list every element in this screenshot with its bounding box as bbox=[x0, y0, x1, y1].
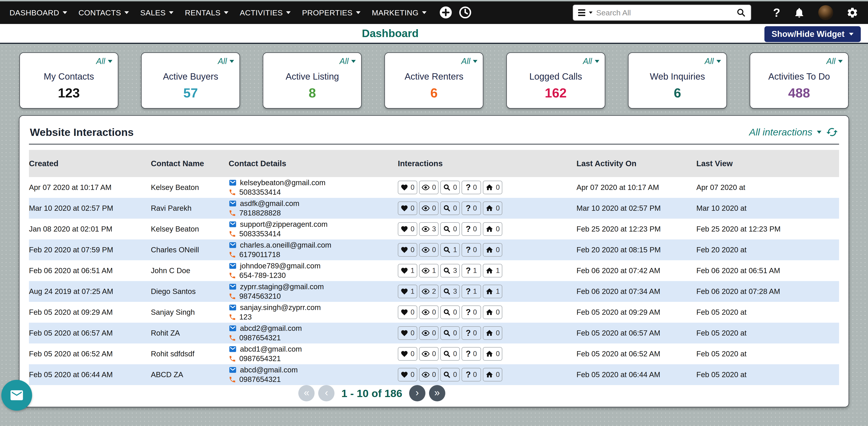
navbar-menu-item[interactable]: ACTIVITIES bbox=[240, 8, 290, 17]
listings-interaction-button[interactable]: 0 bbox=[483, 347, 502, 361]
listings-interaction-button[interactable]: 0 bbox=[483, 201, 502, 215]
favorite-interaction-button[interactable]: 1 bbox=[398, 264, 417, 277]
searches-interaction-button[interactable]: 3 bbox=[440, 264, 460, 277]
show-hide-widget-button[interactable]: Show/Hide Widget bbox=[765, 26, 861, 42]
user-avatar[interactable] bbox=[818, 5, 833, 20]
widget-filter-dropdown[interactable]: All bbox=[218, 57, 234, 66]
heart-icon bbox=[401, 288, 408, 295]
inquiries-interaction-button[interactable]: ? 1 bbox=[462, 285, 481, 298]
contact-details-cell: sanjay.singh@zyprr.com 123 bbox=[229, 302, 398, 323]
favorite-interaction-button[interactable]: 0 bbox=[398, 368, 417, 382]
navbar-menu-item[interactable]: RENTALS bbox=[185, 8, 228, 17]
recent-history-button[interactable] bbox=[459, 6, 472, 20]
contact-details-cell: asdfk@gmail.com 7818828828 bbox=[229, 198, 398, 219]
chevron-down-icon[interactable] bbox=[589, 11, 592, 14]
interaction-count: 0 bbox=[432, 184, 436, 192]
widget-filter-dropdown[interactable]: All bbox=[827, 57, 843, 66]
searches-interaction-button[interactable]: 0 bbox=[440, 326, 460, 340]
favorite-interaction-button[interactable]: 0 bbox=[398, 181, 417, 194]
inquiries-interaction-button[interactable]: ? 0 bbox=[462, 347, 481, 361]
navbar-menu-item[interactable]: PROPERTIES bbox=[302, 8, 361, 17]
searches-interaction-button[interactable]: 3 bbox=[440, 285, 460, 298]
envelope-icon bbox=[9, 388, 24, 403]
inquiries-interaction-button[interactable]: ? 1 bbox=[462, 264, 481, 277]
views-interaction-button[interactable]: 0 bbox=[419, 201, 438, 215]
listings-interaction-button[interactable]: 1 bbox=[483, 264, 502, 277]
widget-filter-dropdown[interactable]: All bbox=[705, 57, 721, 66]
search-icon bbox=[443, 246, 451, 254]
listings-interaction-button[interactable]: 1 bbox=[483, 285, 502, 298]
inquiries-interaction-button[interactable]: ? 0 bbox=[462, 368, 481, 382]
interactions-filter-label[interactable]: All interactions bbox=[749, 127, 812, 138]
favorite-interaction-button[interactable]: 0 bbox=[398, 305, 417, 319]
searches-interaction-button[interactable]: 0 bbox=[440, 368, 460, 382]
widget-title: Active Buyers bbox=[142, 71, 240, 81]
chevron-down-icon[interactable] bbox=[817, 131, 822, 134]
search-icon[interactable] bbox=[736, 8, 746, 18]
widget-filter-dropdown[interactable]: All bbox=[461, 57, 477, 66]
searches-interaction-button[interactable]: 0 bbox=[440, 305, 460, 319]
widget-filter-dropdown[interactable]: All bbox=[583, 57, 599, 66]
listings-interaction-button[interactable]: 0 bbox=[483, 222, 502, 236]
last-activity-cell: Feb 25 2020 at 12:23 PM bbox=[577, 225, 696, 233]
searches-interaction-button[interactable]: 0 bbox=[440, 347, 460, 361]
navbar-menu-item[interactable]: CONTACTS bbox=[79, 8, 129, 17]
quick-add-button[interactable] bbox=[439, 6, 452, 20]
listings-interaction-button[interactable]: 0 bbox=[483, 305, 502, 319]
help-icon[interactable]: ? bbox=[773, 6, 780, 20]
bell-icon[interactable] bbox=[794, 7, 805, 19]
first-page-button[interactable]: « bbox=[298, 385, 315, 401]
favorite-interaction-button[interactable]: 0 bbox=[398, 222, 417, 236]
eye-icon bbox=[422, 308, 430, 316]
favorite-interaction-button[interactable]: 1 bbox=[398, 285, 417, 298]
favorite-interaction-button[interactable]: 0 bbox=[398, 347, 417, 361]
favorite-interaction-button[interactable]: 0 bbox=[398, 326, 417, 340]
compose-email-fab[interactable] bbox=[1, 380, 32, 411]
search-category-menu-icon[interactable] bbox=[578, 9, 585, 16]
views-interaction-button[interactable]: 0 bbox=[419, 181, 438, 194]
inquiries-interaction-button[interactable]: ? 0 bbox=[462, 181, 481, 194]
phone-icon bbox=[229, 272, 236, 279]
listings-interaction-button[interactable]: 0 bbox=[483, 326, 502, 340]
previous-page-button[interactable]: ‹ bbox=[318, 385, 335, 401]
inquiries-interaction-button[interactable]: ? 0 bbox=[462, 305, 481, 319]
listings-interaction-button[interactable]: 0 bbox=[483, 181, 502, 194]
navbar-menu-label: MARKETING bbox=[372, 8, 418, 17]
inquiries-interaction-button[interactable]: ? 0 bbox=[462, 243, 481, 257]
gear-icon[interactable] bbox=[846, 6, 859, 19]
phone-icon bbox=[229, 209, 236, 217]
inquiries-interaction-button[interactable]: ? 0 bbox=[462, 222, 481, 236]
inquiries-interaction-button[interactable]: ? 0 bbox=[462, 201, 481, 215]
widget-filter-dropdown[interactable]: All bbox=[96, 57, 113, 66]
last-page-button[interactable]: » bbox=[429, 385, 445, 401]
refresh-icon[interactable] bbox=[826, 126, 838, 138]
widget-filter-dropdown[interactable]: All bbox=[339, 57, 356, 66]
next-page-button[interactable]: › bbox=[409, 385, 425, 401]
search-input[interactable] bbox=[596, 8, 733, 17]
listings-interaction-button[interactable]: 0 bbox=[483, 243, 502, 257]
views-interaction-button[interactable]: 0 bbox=[419, 326, 438, 340]
views-interaction-button[interactable]: 0 bbox=[419, 347, 438, 361]
table-body: Apr 07 2020 at 10:17 AM Kelsey Beaton ke… bbox=[29, 177, 839, 385]
searches-interaction-button[interactable]: 0 bbox=[440, 201, 460, 215]
views-interaction-button[interactable]: 0 bbox=[419, 243, 438, 257]
navbar-menu-item[interactable]: SALES bbox=[140, 8, 174, 17]
listings-interaction-button[interactable]: 0 bbox=[483, 368, 502, 382]
interaction-count: 0 bbox=[496, 204, 500, 212]
favorite-interaction-button[interactable]: 0 bbox=[398, 201, 417, 215]
eye-icon bbox=[422, 329, 430, 337]
favorite-interaction-button[interactable]: 0 bbox=[398, 243, 417, 257]
views-interaction-button[interactable]: 0 bbox=[419, 368, 438, 382]
views-interaction-button[interactable]: 3 bbox=[419, 222, 438, 236]
views-interaction-button[interactable]: 0 bbox=[419, 305, 438, 319]
views-interaction-button[interactable]: 2 bbox=[419, 285, 438, 298]
inquiries-interaction-button[interactable]: ? 0 bbox=[462, 326, 481, 340]
contact-email: abcd2@gmail.com bbox=[240, 324, 302, 333]
table-row: Feb 05 2020 at 06:44 AM ABCD ZA abcd@gma… bbox=[29, 364, 839, 385]
searches-interaction-button[interactable]: 0 bbox=[440, 222, 460, 236]
navbar-menu-item[interactable]: DASHBOARD bbox=[9, 8, 67, 17]
navbar-menu-item[interactable]: MARKETING bbox=[372, 8, 427, 17]
searches-interaction-button[interactable]: 1 bbox=[440, 243, 460, 257]
views-interaction-button[interactable]: 1 bbox=[419, 264, 438, 277]
searches-interaction-button[interactable]: 0 bbox=[440, 181, 460, 194]
